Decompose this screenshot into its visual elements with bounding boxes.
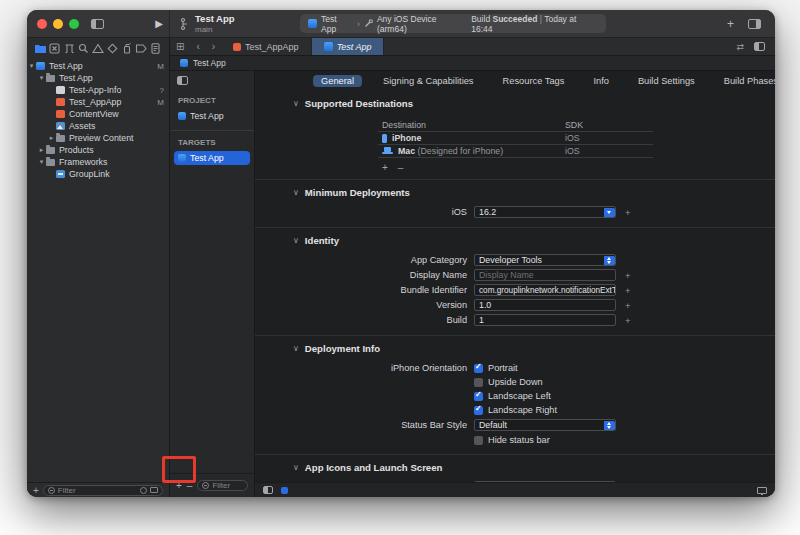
bundle-identifier-field[interactable]: com.grouplinknetwork.notificationExtTest (474, 284, 616, 296)
tab-general[interactable]: General (313, 75, 362, 87)
recent-files-icon[interactable] (140, 487, 147, 494)
tree-row-group[interactable]: ▸ Preview Content (27, 132, 169, 144)
source-control-status-icon[interactable] (150, 487, 158, 493)
project-item[interactable]: Test App (174, 109, 250, 123)
minimize-window-button[interactable] (53, 19, 63, 29)
display-name-field[interactable]: Display Name (474, 269, 616, 281)
zoom-window-button[interactable] (69, 19, 79, 29)
device-preview-icon[interactable] (757, 487, 767, 494)
target-item-test-app[interactable]: Test App (174, 151, 250, 165)
checkbox-landscape-right[interactable] (474, 406, 483, 415)
section-title: Supported Destinations (305, 98, 413, 109)
navigator-filter-input[interactable]: Filter (43, 485, 163, 496)
app-category-label: App Category (255, 255, 474, 265)
app-category-popup[interactable]: Developer Tools (474, 254, 616, 266)
section-title: Deployment Info (305, 343, 380, 354)
back-icon[interactable]: ‹ (190, 38, 205, 55)
titlebar: ▶ Test App main Test App › Any iOS Devic… (27, 10, 775, 38)
close-window-button[interactable] (37, 19, 47, 29)
tree-row-file[interactable]: GroupLink (27, 168, 169, 180)
checkbox-hide-status-bar[interactable] (474, 436, 483, 445)
ios-deployment-combo[interactable]: 16.2 (474, 206, 616, 218)
breakpoints-navigator-icon[interactable] (135, 42, 148, 55)
hide-project-sidebar-icon[interactable] (177, 76, 188, 85)
chevron-down-icon[interactable]: ∨ (293, 188, 299, 197)
project-navigator-icon[interactable] (34, 42, 47, 55)
find-navigator-icon[interactable] (77, 42, 90, 55)
checkbox-upside-down[interactable] (474, 378, 483, 387)
section-deployment-info: ∨ Deployment Info iPhone Orientation Por… (255, 335, 775, 454)
add-display-name-button[interactable]: + (625, 270, 631, 281)
tests-navigator-icon[interactable] (106, 42, 119, 55)
display-name-label: Display Name (255, 270, 474, 280)
tab-test-appapp[interactable]: Test_AppApp (221, 38, 312, 55)
breadcrumb-item[interactable]: Test App (193, 58, 226, 68)
reports-navigator-icon[interactable] (149, 42, 162, 55)
status-bar-style-popup[interactable]: Default (474, 419, 616, 431)
project-editor-sidebar: PROJECT Test App TARGETS Test App + – (170, 71, 255, 497)
destination-row-mac[interactable]: Mac (Designed for iPhone) iOS (378, 145, 653, 158)
tree-row-file[interactable]: Test-App-Info? (27, 84, 169, 96)
tab-overview-icon[interactable]: ⊞ (170, 38, 190, 55)
tree-row-group[interactable]: ▸ Products (27, 144, 169, 156)
bookmarks-navigator-icon[interactable] (63, 42, 76, 55)
build-field[interactable]: 1 (474, 314, 616, 326)
tree-row-file[interactable]: ContentView (27, 108, 169, 120)
run-button[interactable]: ▶ (155, 19, 163, 29)
app-icon (308, 19, 317, 28)
device-icon (364, 19, 373, 28)
branch-name: main (195, 25, 235, 34)
tab-info[interactable]: Info (585, 75, 617, 87)
add-destination-button[interactable]: + (382, 162, 388, 173)
tab-signing-capabilities[interactable]: Signing & Capabilities (375, 75, 481, 87)
tree-row-group[interactable]: ▾ Frameworks (27, 156, 169, 168)
traffic-lights (37, 19, 79, 29)
add-version-button[interactable]: + (625, 300, 631, 311)
editor-bottom-bar (255, 482, 775, 497)
scheme-selector[interactable]: Test App main (170, 10, 300, 37)
activity-view[interactable]: Test App › Any iOS Device (arm64) Build … (300, 14, 606, 33)
remove-destination-button[interactable]: – (398, 162, 404, 173)
issues-navigator-icon[interactable] (92, 42, 105, 55)
tab-test-app[interactable]: Test App (312, 38, 385, 55)
tree-row-file[interactable]: Assets (27, 120, 169, 132)
swap-editor-icon[interactable]: ⇄ (736, 42, 744, 52)
mac-icon (382, 147, 393, 155)
settings-scroll[interactable]: ∨ Supported Destinations Destination SDK… (255, 91, 775, 482)
chevron-down-icon[interactable]: ∨ (293, 463, 299, 472)
app-icon (178, 154, 186, 162)
toggle-inspector-icon[interactable] (748, 19, 761, 29)
checkbox-portrait[interactable] (474, 364, 483, 373)
tree-row-project[interactable]: ▾ Test AppM (27, 60, 169, 72)
library-button[interactable]: + (727, 17, 734, 31)
forward-icon[interactable]: › (206, 38, 221, 55)
scheme-name: Test App (195, 13, 235, 24)
tab-build-settings[interactable]: Build Settings (630, 75, 703, 87)
adjust-editor-options-icon[interactable] (263, 486, 273, 494)
add-target-button[interactable]: + (176, 480, 182, 491)
add-bundle-id-button[interactable]: + (625, 285, 631, 296)
tab-build-phases[interactable]: Build Phases (716, 75, 775, 87)
section-identity: ∨ Identity App Category Developer Tools (255, 227, 775, 335)
source-control-navigator-icon[interactable] (48, 42, 61, 55)
version-field[interactable]: 1.0 (474, 299, 616, 311)
navigator-add-button[interactable]: + (33, 485, 39, 496)
destination-row-iphone[interactable]: iPhone iOS (378, 132, 653, 145)
col-destination: Destination (378, 120, 565, 130)
build-status: Build Succeeded | Today at 16:44 (471, 14, 598, 34)
checkbox-landscape-left[interactable] (474, 392, 483, 401)
tree-row-group[interactable]: ▾ Test App (27, 72, 169, 84)
chevron-down-icon[interactable]: ∨ (293, 99, 299, 108)
chevron-down-icon[interactable]: ∨ (293, 344, 299, 353)
remove-target-button[interactable]: – (187, 480, 193, 491)
target-filter-input[interactable]: Filter (197, 480, 248, 491)
tab-resource-tags[interactable]: Resource Tags (495, 75, 573, 87)
debug-navigator-icon[interactable] (120, 42, 133, 55)
toggle-navigator-icon[interactable] (91, 19, 104, 29)
chevron-down-icon[interactable]: ∨ (293, 236, 299, 245)
section-supported-destinations: ∨ Supported Destinations Destination SDK… (255, 91, 775, 179)
add-build-button[interactable]: + (625, 315, 631, 326)
tree-row-file[interactable]: Test_AppAppM (27, 96, 169, 108)
add-deployment-button[interactable]: + (625, 207, 631, 218)
add-editor-icon[interactable] (754, 42, 765, 51)
